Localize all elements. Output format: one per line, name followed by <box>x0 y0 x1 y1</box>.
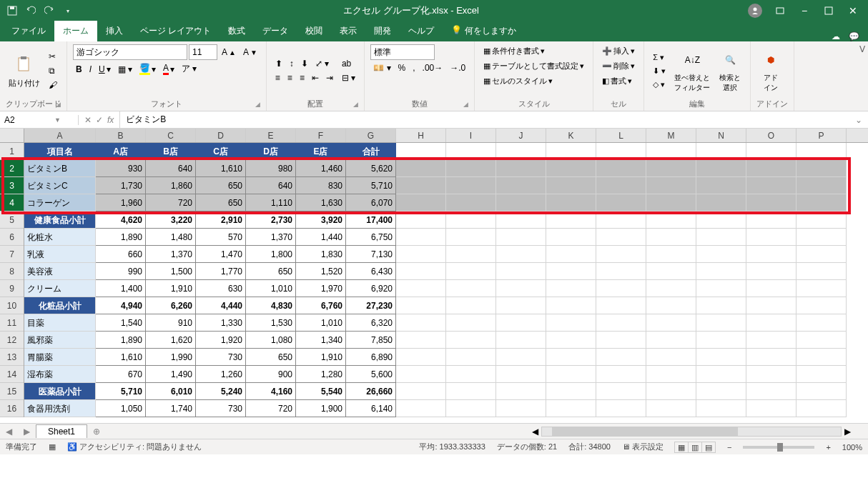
sheet-nav-prev-icon[interactable]: ◀ <box>0 427 18 437</box>
cell[interactable] <box>446 177 496 194</box>
zoom-in-button[interactable]: + <box>826 443 830 452</box>
row-header[interactable]: 13 <box>0 349 24 366</box>
cell[interactable] <box>746 349 797 366</box>
align-middle-button[interactable]: ↕ <box>287 57 297 70</box>
cell[interactable]: D店 <box>246 143 296 160</box>
cell[interactable]: 660 <box>96 246 146 263</box>
cell[interactable] <box>496 366 546 383</box>
cell[interactable] <box>396 211 446 229</box>
cell[interactable] <box>596 263 646 280</box>
cell[interactable]: 6,920 <box>346 280 396 297</box>
cell[interactable] <box>797 280 847 297</box>
row-header[interactable]: 9 <box>0 280 24 297</box>
cell[interactable] <box>396 314 446 332</box>
cell[interactable] <box>446 332 496 349</box>
cell[interactable]: 目薬 <box>24 314 96 332</box>
font-color-button[interactable]: A ▾ <box>160 61 177 76</box>
clear-button[interactable]: ◇ ▾ <box>650 79 669 91</box>
column-header[interactable]: H <box>396 129 446 142</box>
cell[interactable]: 720 <box>146 194 196 211</box>
cell[interactable]: 17,400 <box>346 211 396 229</box>
cell[interactable]: 1,970 <box>296 280 346 297</box>
cell[interactable]: 食器用洗剤 <box>24 400 96 417</box>
cell[interactable] <box>797 332 847 349</box>
cell[interactable] <box>696 349 746 366</box>
indent-decrease-button[interactable]: ⇤ <box>309 71 322 84</box>
cell[interactable]: 1,620 <box>146 332 196 349</box>
cell[interactable] <box>446 366 496 383</box>
cell[interactable] <box>596 177 646 194</box>
format-painter-button[interactable]: 🖌 <box>46 79 60 91</box>
cell[interactable] <box>496 229 546 246</box>
orientation-button[interactable]: ⤢ ▾ <box>312 57 332 70</box>
align-bottom-button[interactable]: ⬇ <box>298 57 311 70</box>
cell[interactable]: 1,910 <box>296 349 346 366</box>
save-icon[interactable] <box>6 4 19 17</box>
column-header[interactable]: N <box>696 129 746 142</box>
cell[interactable]: 650 <box>196 177 246 194</box>
number-format-combo[interactable] <box>370 44 435 60</box>
cell[interactable] <box>546 349 596 366</box>
cell[interactable] <box>746 160 797 177</box>
border-button[interactable]: ▦ ▾ <box>115 63 135 76</box>
cell[interactable]: E店 <box>296 143 346 160</box>
cell[interactable] <box>596 211 646 229</box>
cell[interactable]: ビタミンC <box>24 177 96 194</box>
column-header[interactable]: A <box>24 129 96 142</box>
dialog-launcher-icon[interactable]: ◢ <box>353 101 358 108</box>
cell[interactable] <box>396 400 446 417</box>
column-header[interactable]: J <box>496 129 546 142</box>
cell[interactable]: 26,660 <box>346 383 396 400</box>
cell[interactable]: 720 <box>246 400 296 417</box>
cell[interactable] <box>596 349 646 366</box>
cell[interactable]: 1,340 <box>296 332 346 349</box>
cell[interactable]: 980 <box>246 160 296 177</box>
paste-button[interactable]: 貼り付け <box>6 52 43 90</box>
cell[interactable] <box>797 229 847 246</box>
tab-help[interactable]: ヘルプ <box>400 21 443 41</box>
cell[interactable] <box>746 229 797 246</box>
comma-button[interactable]: , <box>410 61 418 74</box>
cell[interactable]: 5,710 <box>346 177 396 194</box>
cell[interactable] <box>596 246 646 263</box>
cell[interactable] <box>596 366 646 383</box>
cell[interactable] <box>696 400 746 417</box>
cell[interactable]: 6,750 <box>346 229 396 246</box>
cell[interactable] <box>396 332 446 349</box>
tab-review[interactable]: 校閲 <box>297 21 331 41</box>
cell[interactable]: 5,620 <box>346 160 396 177</box>
cell[interactable]: 化粧水 <box>24 229 96 246</box>
fill-button[interactable]: ⬇ ▾ <box>650 65 669 77</box>
comments-icon[interactable]: 💬 <box>849 31 859 41</box>
cell[interactable]: 4,620 <box>96 211 146 229</box>
cell[interactable] <box>546 211 596 229</box>
cell[interactable]: 1,440 <box>296 229 346 246</box>
cell[interactable]: 930 <box>96 160 146 177</box>
addins-button[interactable]: ⬢ アド イン <box>756 47 785 94</box>
cell[interactable] <box>646 349 696 366</box>
cell[interactable] <box>696 194 746 211</box>
row-header[interactable]: 15 <box>0 383 24 400</box>
cell[interactable]: 6,760 <box>296 297 346 314</box>
cell[interactable] <box>646 383 696 400</box>
cell[interactable] <box>496 280 546 297</box>
cell[interactable]: コラーゲン <box>24 194 96 211</box>
cell[interactable]: 1,770 <box>196 263 246 280</box>
cut-button[interactable]: ✂ <box>46 50 60 63</box>
cell[interactable] <box>746 297 797 314</box>
cell[interactable] <box>696 366 746 383</box>
cell[interactable]: 4,830 <box>246 297 296 314</box>
cell[interactable]: 4,940 <box>96 297 146 314</box>
cell[interactable]: 670 <box>96 366 146 383</box>
row-header[interactable]: 3 <box>0 177 24 194</box>
row-header[interactable]: 2 <box>0 160 24 177</box>
dialog-launcher-icon[interactable]: ◢ <box>255 101 260 108</box>
cell[interactable] <box>496 400 546 417</box>
cell[interactable]: 27,230 <box>346 297 396 314</box>
formula-input[interactable]: ビタミンB <box>120 114 849 126</box>
row-header[interactable]: 10 <box>0 297 24 314</box>
align-right-button[interactable]: ≡ <box>297 71 307 84</box>
dialog-launcher-icon[interactable]: ◢ <box>463 101 468 108</box>
row-header[interactable]: 4 <box>0 194 24 211</box>
cell[interactable] <box>446 143 496 160</box>
